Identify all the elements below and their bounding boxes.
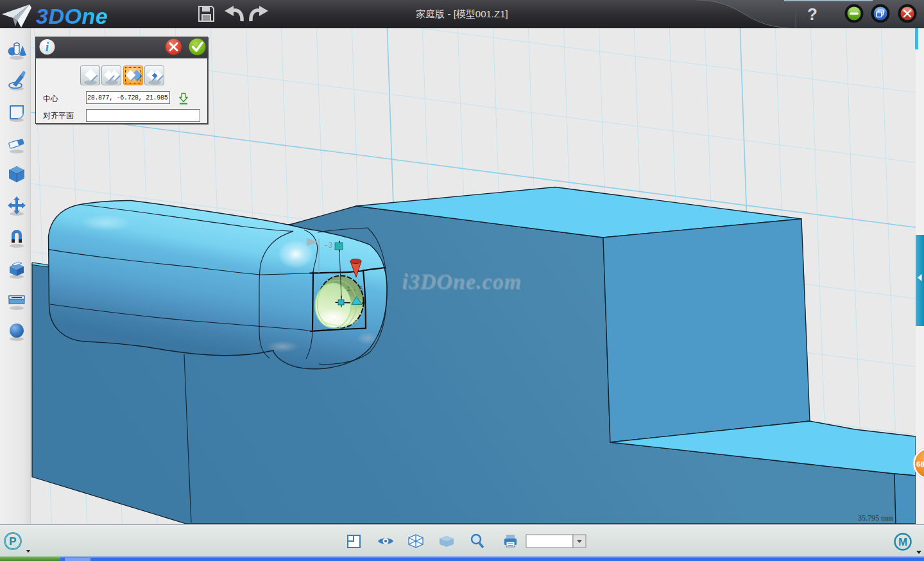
svg-text:P: P bbox=[9, 535, 16, 548]
svg-text:M: M bbox=[898, 536, 907, 548]
svg-text:68: 68 bbox=[916, 460, 924, 468]
svg-text:i3DOne.com: i3DOne.com bbox=[402, 269, 522, 293]
svg-text:1.5: 1.5 bbox=[346, 285, 365, 293]
svg-text:?: ? bbox=[807, 4, 817, 24]
svg-text:-3: -3 bbox=[323, 241, 332, 250]
svg-text:35.795 mm: 35.795 mm bbox=[858, 514, 893, 522]
svg-text:3DOne: 3DOne bbox=[36, 4, 108, 28]
svg-text:i: i bbox=[46, 40, 49, 54]
svg-text:家庭版 - [模型001.Z1]: 家庭版 - [模型001.Z1] bbox=[416, 8, 508, 19]
